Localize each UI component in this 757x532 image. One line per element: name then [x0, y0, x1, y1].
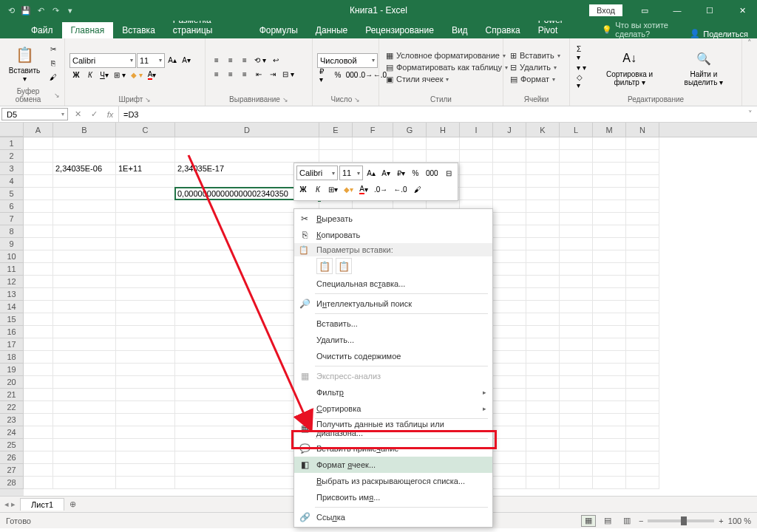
save-icon[interactable]: 💾: [21, 5, 31, 16]
row-header-23[interactable]: 23: [0, 414, 24, 426]
view-normal-icon[interactable]: ▦: [581, 515, 596, 527]
row-header-19[interactable]: 19: [0, 364, 24, 376]
sheet-nav[interactable]: ◂ ▸: [0, 499, 20, 509]
mini-decimal-inc-icon[interactable]: .0→: [372, 182, 390, 197]
col-header-N[interactable]: N: [626, 123, 659, 137]
row-header-26[interactable]: 26: [0, 451, 24, 464]
login-button[interactable]: Вход: [589, 4, 622, 16]
zoom-in-icon[interactable]: +: [719, 516, 723, 525]
mini-increase-font-icon[interactable]: A▴: [364, 166, 378, 180]
row-header-2[interactable]: 2: [0, 150, 24, 163]
ctx-filter[interactable]: Фильтр▸: [294, 384, 492, 400]
ctx-insert[interactable]: Вставить...: [294, 316, 492, 332]
row-header-14[interactable]: 14: [0, 301, 24, 313]
add-sheet-button[interactable]: ⊕: [64, 499, 81, 509]
mini-fill-icon[interactable]: ◆▾: [342, 182, 356, 197]
cancel-formula-icon[interactable]: ✕: [69, 109, 86, 119]
share-button[interactable]: 👤 Поделиться: [690, 29, 748, 38]
ctx-format-cells[interactable]: ◧Формат ячеек...: [294, 457, 492, 473]
align-launcher-icon[interactable]: ↘: [282, 96, 288, 103]
ctx-define-name[interactable]: Присвоить имя...: [294, 489, 492, 505]
font-launcher-icon[interactable]: ↘: [145, 96, 151, 103]
row-header-6[interactable]: 6: [0, 200, 24, 213]
tab-file[interactable]: Файл: [22, 22, 62, 38]
tab-formulas[interactable]: Формулы: [251, 22, 307, 38]
ctx-get-data[interactable]: ▦Получить данные из таблицы или диапазон…: [294, 420, 492, 437]
row-header-21[interactable]: 21: [0, 389, 24, 401]
row-header-16[interactable]: 16: [0, 326, 24, 338]
row-header-11[interactable]: 11: [0, 263, 24, 276]
col-header-A[interactable]: A: [24, 123, 53, 137]
tab-view[interactable]: Вид: [443, 22, 477, 38]
row-header-3[interactable]: 3: [0, 163, 24, 175]
format-painter-icon[interactable]: 🖌: [47, 71, 60, 84]
collapse-ribbon-icon[interactable]: ˄: [742, 38, 757, 106]
clear-icon[interactable]: ◇ ▾: [574, 75, 588, 88]
ctx-link[interactable]: 🔗Ссылка: [294, 509, 492, 525]
name-box[interactable]: D5▾: [1, 108, 68, 120]
clipboard-launcher-icon[interactable]: ↘: [54, 92, 60, 99]
row-header-20[interactable]: 20: [0, 376, 24, 389]
ctx-paste-special[interactable]: Специальная вставка...: [294, 276, 492, 292]
underline-button[interactable]: Ч ▾: [98, 69, 111, 82]
col-header-F[interactable]: F: [353, 123, 393, 137]
number-format-combo[interactable]: Числовой▾: [317, 53, 378, 68]
formula-input[interactable]: =D3: [119, 106, 744, 122]
cut-icon[interactable]: ✂: [47, 43, 60, 56]
mini-formatpainter-icon[interactable]: 🖌: [411, 182, 424, 197]
row-header-5[interactable]: 5: [0, 188, 24, 200]
font-name-combo[interactable]: Calibri▾: [69, 53, 136, 68]
orientation-icon[interactable]: ⟲ ▾: [252, 54, 268, 67]
col-header-I[interactable]: I: [460, 123, 493, 137]
col-header-J[interactable]: J: [493, 123, 526, 137]
row-header-25[interactable]: 25: [0, 439, 24, 451]
row-header-17[interactable]: 17: [0, 338, 24, 351]
increase-font-icon[interactable]: A▴: [166, 54, 179, 67]
cells-format[interactable]: ▤ Формат▾: [508, 74, 563, 85]
select-all-corner[interactable]: [0, 123, 24, 137]
find-select-button[interactable]: 🔍 Найти и выделить ▾: [671, 47, 737, 88]
autosum-icon[interactable]: Σ ▾: [574, 47, 588, 60]
paste-option-2-icon[interactable]: 📋: [336, 258, 352, 274]
mini-decrease-font-icon[interactable]: A▾: [379, 166, 393, 180]
col-header-L[interactable]: L: [560, 123, 593, 137]
align-center-icon[interactable]: ≡: [224, 68, 237, 81]
mini-merge-icon[interactable]: ⊟: [442, 166, 455, 180]
row-header-4[interactable]: 4: [0, 175, 24, 188]
mini-comma-icon[interactable]: 000: [424, 166, 441, 180]
enter-formula-icon[interactable]: ✓: [86, 109, 102, 119]
increase-decimal-icon[interactable]: .0→: [359, 69, 373, 82]
mini-size-combo[interactable]: 11▾: [339, 166, 363, 180]
align-left-icon[interactable]: ≡: [210, 68, 223, 81]
currency-icon[interactable]: ₽ ▾: [317, 69, 330, 82]
col-header-K[interactable]: K: [526, 123, 560, 137]
italic-button[interactable]: К: [84, 69, 97, 82]
copy-icon[interactable]: ⎘: [47, 57, 60, 70]
row-header-18[interactable]: 18: [0, 351, 24, 364]
close-button[interactable]: ✕: [727, 0, 757, 21]
tab-help[interactable]: Справка: [477, 22, 529, 38]
conditional-formatting[interactable]: ▦ Условное форматирование▾: [384, 50, 510, 61]
ribbon-options-icon[interactable]: ▭: [630, 0, 659, 21]
qat-customize-icon[interactable]: ▾: [65, 5, 75, 16]
mini-currency-icon[interactable]: ₽▾: [394, 166, 407, 180]
fill-icon[interactable]: ▾ ▾: [574, 61, 588, 74]
expand-formula-icon[interactable]: ˅: [744, 106, 757, 122]
row-header-13[interactable]: 13: [0, 288, 24, 301]
redo-icon[interactable]: ↷: [50, 5, 61, 16]
col-header-H[interactable]: H: [427, 123, 460, 137]
ctx-sort[interactable]: Сортировка▸: [294, 400, 492, 417]
cells-delete[interactable]: ⊟ Удалить▾: [508, 62, 563, 73]
sheet-tab-1[interactable]: Лист1: [20, 498, 64, 511]
row-header-28[interactable]: 28: [0, 477, 24, 489]
tell-me[interactable]: 💡 Что вы хотите сделать?: [602, 21, 690, 38]
ctx-copy[interactable]: ⎘Копировать: [294, 227, 492, 243]
row-header-12[interactable]: 12: [0, 276, 24, 288]
comma-icon[interactable]: 000: [345, 69, 359, 82]
undo-icon[interactable]: ↶: [35, 5, 46, 16]
minimize-button[interactable]: —: [662, 0, 692, 21]
view-page-break-icon[interactable]: ▥: [619, 515, 634, 527]
font-color-button[interactable]: А ▾: [146, 69, 159, 82]
col-header-B[interactable]: B: [53, 123, 116, 137]
view-page-layout-icon[interactable]: ▤: [600, 515, 615, 527]
